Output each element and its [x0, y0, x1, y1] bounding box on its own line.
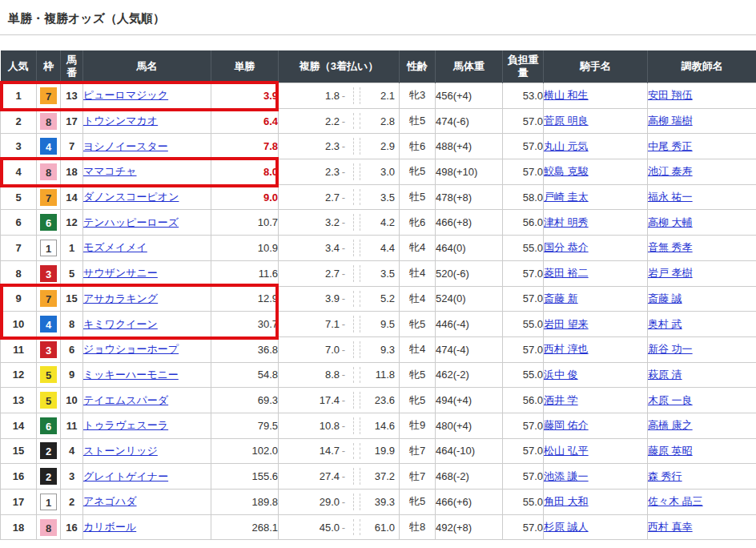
- trainer-link[interactable]: 斎藤 誠: [648, 292, 682, 304]
- trainer-link[interactable]: 木原 一良: [648, 394, 693, 406]
- horse-name-link[interactable]: ヨシノイースター: [83, 140, 168, 152]
- trainer-link[interactable]: 佐々木 晶三: [648, 495, 703, 507]
- win-odds-value: 7.8: [263, 140, 278, 152]
- win-odds-cell: 102.0: [211, 438, 279, 464]
- win-odds-value: 155.6: [251, 470, 278, 482]
- horse-number-cell: 16: [61, 514, 83, 540]
- jockey-link[interactable]: 酒井 学: [544, 394, 578, 406]
- horse-weight-cell: 492(+8): [436, 514, 503, 540]
- frame-cell: 8: [37, 108, 61, 134]
- horse-name-link[interactable]: アネゴハダ: [83, 495, 137, 507]
- trainer-link[interactable]: 岩戸 孝樹: [648, 267, 693, 279]
- rank-cell: 5: [1, 184, 37, 210]
- horse-weight-cell: 480(+4): [436, 413, 503, 438]
- horse-name-link[interactable]: グレイトゲイナー: [83, 470, 168, 482]
- table-row: 2 8 17 トウシンマカオ 6.4 2.2 - 2.8 牡5 474(-6) …: [1, 108, 756, 134]
- horse-name-link[interactable]: サウザンサニー: [83, 267, 158, 279]
- trainer-link[interactable]: 新谷 功一: [648, 343, 693, 355]
- place-dashed-divider: [353, 87, 360, 104]
- win-odds-value: 30.7: [258, 318, 278, 330]
- place-dashed-divider: [353, 341, 360, 358]
- trainer-link[interactable]: 萩原 清: [648, 369, 682, 381]
- horse-name-link[interactable]: カリボール: [83, 521, 136, 533]
- jockey-link[interactable]: 西村 淳也: [544, 343, 589, 355]
- horse-name-link[interactable]: ピューロマジック: [83, 89, 168, 101]
- place-dashed-divider: [353, 265, 360, 282]
- horse-number-cell: 6: [61, 336, 83, 362]
- trainer-link[interactable]: 池江 泰寿: [648, 165, 693, 177]
- place-odds-separator: -: [340, 369, 348, 381]
- trainer-link[interactable]: 福永 祐一: [648, 191, 693, 203]
- trainer-link[interactable]: 高柳 大輔: [648, 216, 693, 228]
- trainer-link[interactable]: 高柳 瑞樹: [648, 115, 693, 127]
- place-odds-max: 14.6: [360, 420, 399, 432]
- horse-name-link[interactable]: ママコチャ: [83, 165, 137, 177]
- table-row: 12 5 9 ミッキーハーモニー 54.8 8.8 - 11.8 牝5 462(…: [1, 362, 756, 388]
- frame-number-badge: 8: [40, 519, 57, 536]
- horse-name-link[interactable]: ストーンリッジ: [83, 445, 158, 457]
- horse-name-link[interactable]: アサカラキング: [83, 292, 158, 304]
- frame-number-badge: 3: [40, 265, 57, 282]
- jockey-link[interactable]: 菱田 裕二: [544, 267, 589, 279]
- jockey-link[interactable]: 松山 弘平: [544, 445, 589, 457]
- trainer-link[interactable]: 奥村 武: [648, 318, 682, 330]
- sex-age-cell: 牡6: [400, 134, 436, 159]
- horse-name-link[interactable]: キミワクイーン: [83, 318, 158, 330]
- jockey-link[interactable]: 岩田 望来: [544, 318, 589, 330]
- jockey-link[interactable]: 杉原 誠人: [544, 521, 589, 533]
- jockey-link[interactable]: 角田 大和: [544, 495, 589, 507]
- jockey-link[interactable]: 鮫島 克駿: [544, 165, 589, 177]
- trainer-cell: 安田 翔伍: [648, 83, 756, 109]
- place-odds-min: 2.7: [279, 191, 340, 203]
- horse-number-cell: 13: [61, 83, 83, 109]
- horse-weight-cell: 466(+6): [436, 490, 503, 515]
- horse-name-link[interactable]: ミッキーハーモニー: [83, 369, 179, 381]
- sex-age-cell: 牝3: [400, 83, 436, 109]
- jockey-link[interactable]: 斎藤 新: [544, 292, 578, 304]
- jockey-cell: 酒井 学: [544, 388, 648, 413]
- jockey-link[interactable]: 池添 謙一: [544, 470, 589, 482]
- place-odds-max: 37.2: [360, 470, 399, 482]
- jockey-link[interactable]: 菅原 明良: [544, 115, 589, 127]
- trainer-link[interactable]: 西村 真幸: [648, 521, 693, 533]
- frame-number-badge: 7: [40, 189, 57, 206]
- trainer-link[interactable]: 安田 翔伍: [648, 89, 693, 101]
- place-odds-cell: 10.8 - 14.6: [279, 413, 400, 438]
- place-odds-cell: 8.8 - 11.8: [279, 362, 400, 388]
- horse-name-link[interactable]: ジョウショーホープ: [83, 343, 179, 355]
- table-row: 15 2 4 ストーンリッジ 102.0 14.7 - 19.9 牡7 464(…: [1, 438, 756, 464]
- sex-age-cell: 牡5: [400, 184, 436, 210]
- place-odds-separator: -: [340, 242, 348, 254]
- jockey-link[interactable]: 津村 明秀: [544, 216, 589, 228]
- horse-name-link[interactable]: トゥラヴェスーラ: [83, 419, 168, 431]
- place-odds-max: 2.8: [360, 115, 399, 127]
- jockey-link[interactable]: 戸崎 圭太: [544, 191, 589, 203]
- frame-number-badge: 1: [40, 240, 57, 256]
- jockey-cell: 斎藤 新: [544, 286, 648, 312]
- trainer-link[interactable]: 音無 秀孝: [648, 241, 693, 253]
- horse-name-link[interactable]: ダノンスコーピオン: [83, 191, 179, 203]
- horse-name-link[interactable]: テイエムスパーダ: [83, 394, 168, 406]
- horse-name-cell: テイエムスパーダ: [83, 388, 211, 413]
- jockey-link[interactable]: 国分 恭介: [544, 241, 589, 253]
- trainer-link[interactable]: 森 秀行: [648, 470, 682, 482]
- jockey-link[interactable]: 横山 和生: [544, 89, 589, 101]
- jockey-link[interactable]: 浜中 俊: [544, 369, 578, 381]
- place-odds-separator: -: [340, 166, 348, 178]
- horse-name-link[interactable]: トウシンマカオ: [83, 115, 158, 127]
- frame-number-badge: 4: [40, 316, 57, 332]
- horse-name-link[interactable]: テンハッピーローズ: [83, 216, 179, 228]
- horse-name-link[interactable]: モズメイメイ: [83, 241, 147, 253]
- jockey-cell: 鮫島 克駿: [544, 159, 648, 185]
- col-header-horse: 馬名: [83, 50, 211, 83]
- jockey-link[interactable]: 藤岡 佑介: [544, 419, 589, 431]
- place-odds-max: 3.0: [360, 166, 399, 178]
- impost-cell: 57.0: [503, 260, 544, 286]
- horse-name-cell: ジョウショーホープ: [83, 336, 211, 362]
- trainer-link[interactable]: 藤原 英昭: [648, 445, 693, 457]
- rank-cell: 6: [1, 210, 37, 236]
- table-row: 17 1 2 アネゴハダ 189.8 29.0 - 39.3 牝5 466(+6…: [1, 490, 756, 515]
- trainer-link[interactable]: 高橋 康之: [648, 419, 693, 431]
- jockey-link[interactable]: 丸山 元気: [544, 140, 589, 152]
- trainer-link[interactable]: 中尾 秀正: [648, 140, 693, 152]
